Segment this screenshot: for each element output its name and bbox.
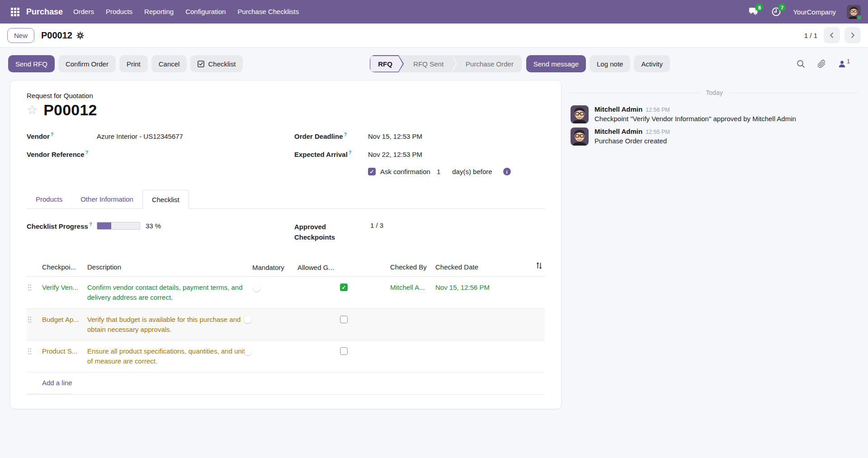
chatter-message: Mitchell Admin12:55 PM Purchase Order cr… <box>571 127 858 146</box>
message-avatar[interactable] <box>571 105 589 123</box>
drag-handle-icon[interactable] <box>27 283 42 294</box>
checklist-button[interactable]: Checklist <box>190 55 243 72</box>
order-deadline-help-icon[interactable]: ? <box>344 132 347 137</box>
menu-orders[interactable]: Orders <box>67 0 100 24</box>
pager-previous-button[interactable] <box>824 27 840 43</box>
check-square-icon <box>198 61 204 67</box>
menu-reporting[interactable]: Reporting <box>138 0 179 24</box>
drag-handle-icon[interactable] <box>27 315 42 326</box>
header-checkpoint[interactable]: Checkpoi... <box>42 262 87 272</box>
apps-grid-icon[interactable] <box>7 4 23 19</box>
checklist-row-budget-approval: Budget Ap... Verify that budget is avail… <box>27 309 545 341</box>
followers-count: 1 <box>847 58 850 65</box>
drag-handle-icon[interactable] <box>27 346 42 358</box>
chevron-right-icon <box>849 32 856 39</box>
message-body: Purchase Order created <box>594 137 670 145</box>
new-button[interactable]: New <box>7 28 34 43</box>
company-switcher[interactable]: YourCompany <box>793 8 836 16</box>
description-cell[interactable]: Verify that budget is available for this… <box>87 315 252 335</box>
progress-help-icon[interactable]: ? <box>89 222 92 227</box>
checked-by-cell[interactable]: Mitchell A... <box>390 283 435 293</box>
messages-icon[interactable]: 8 <box>748 6 760 18</box>
message-author[interactable]: Mitchell Admin <box>594 127 642 135</box>
order-deadline-value[interactable]: Nov 15, 12:53 PM <box>368 132 422 140</box>
allowed-checkbox[interactable] <box>340 316 348 323</box>
vendor-reference-help-icon[interactable]: ? <box>85 150 89 155</box>
description-cell[interactable]: Ensure all product specifications, quant… <box>87 346 252 366</box>
checklist-row-verify-vendor: Verify Ven... Confirm vendor contact det… <box>27 277 545 309</box>
breadcrumb-bar: New P00012 1 / 1 <box>0 24 868 47</box>
progress-percent: 33 % <box>146 222 161 230</box>
control-panel: Send RFQ Confirm Order Print Cancel Chec… <box>0 47 868 80</box>
statusbar-step-purchase-order[interactable]: Purchase Order <box>458 55 522 72</box>
confirm-order-button[interactable]: Confirm Order <box>58 55 116 72</box>
days-before-input[interactable]: 1 <box>437 168 440 175</box>
log-note-button[interactable]: Log note <box>590 55 630 72</box>
chatter-panel: Today Mitchell Admin12:56 PM Checkpoint … <box>561 80 868 150</box>
search-messages-icon[interactable] <box>797 60 805 68</box>
menu-purchase-checklists[interactable]: Purchase Checklists <box>231 0 305 24</box>
user-avatar[interactable] <box>847 5 861 19</box>
check-icon: ✓ <box>341 285 346 290</box>
menu-products[interactable]: Products <box>100 0 138 24</box>
checked-date-cell[interactable]: Nov 15, 12:56 PM <box>435 283 521 293</box>
favorite-star-icon[interactable]: ☆ <box>27 104 38 116</box>
message-time: 12:55 PM <box>646 129 670 135</box>
statusbar-step-rfq-sent[interactable]: RFQ Sent <box>405 55 452 72</box>
checkpoint-name-cell[interactable]: Verify Ven... <box>42 283 87 293</box>
optional-columns-icon[interactable] <box>535 262 543 272</box>
checklist-button-label: Checklist <box>208 60 236 68</box>
ask-confirmation-checkbox[interactable]: ✓ <box>368 168 376 175</box>
messages-badge: 8 <box>755 4 763 11</box>
checkpoint-name-cell[interactable]: Product S... <box>42 346 87 356</box>
message-author[interactable]: Mitchell Admin <box>594 105 642 113</box>
send-message-button[interactable]: Send message <box>526 55 586 72</box>
allowed-checkbox[interactable] <box>340 347 348 355</box>
statusbar-separator <box>452 55 458 72</box>
vendor-value[interactable]: Azure Interior - US12345677 <box>97 132 183 140</box>
check-icon: ✓ <box>369 169 374 175</box>
order-deadline-label: Order Deadline? <box>294 132 368 140</box>
pager-next-button[interactable] <box>844 27 861 43</box>
followers-icon[interactable]: 1 <box>838 60 850 68</box>
activities-icon[interactable]: 7 <box>770 6 782 18</box>
send-rfq-button[interactable]: Send RFQ <box>8 55 55 72</box>
print-button[interactable]: Print <box>119 55 148 72</box>
checklist-progress-label: Checklist Progress? <box>27 222 97 230</box>
allowed-checkbox[interactable]: ✓ <box>340 283 348 291</box>
table-header-row: Checkpoi... Description Mandatory Allowe… <box>27 259 545 277</box>
settings-gear-icon[interactable] <box>76 32 84 39</box>
menu-configuration[interactable]: Configuration <box>179 0 231 24</box>
add-a-line-link[interactable]: Add a line <box>27 373 72 394</box>
activities-badge: 7 <box>778 4 786 11</box>
header-mandatory[interactable]: Mandatory <box>252 262 297 273</box>
message-avatar[interactable] <box>571 127 589 146</box>
header-checked-by[interactable]: Checked By <box>390 262 435 272</box>
tab-products[interactable]: Products <box>27 190 71 208</box>
chatter-topbar-icons: 1 <box>797 60 861 68</box>
expected-arrival-value[interactable]: Nov 22, 12:53 PM <box>368 151 422 158</box>
chatter-buttons: Send message Log note Activity <box>526 55 670 72</box>
tab-other-information[interactable]: Other Information <box>71 190 142 208</box>
attachments-paperclip-icon[interactable] <box>817 60 826 68</box>
statusbar-step-rfq[interactable]: RFQ <box>370 55 404 72</box>
info-icon[interactable]: i <box>503 168 511 175</box>
chevron-left-icon <box>828 32 835 39</box>
header-description[interactable]: Description <box>87 262 252 272</box>
activity-button[interactable]: Activity <box>634 55 670 72</box>
app-name[interactable]: Purchase <box>26 7 63 17</box>
progress-bar-fill <box>97 222 111 229</box>
message-body: Checkpoint "Verify Vendor Information" a… <box>594 115 796 123</box>
checkpoint-name-cell[interactable]: Budget Ap... <box>42 315 87 325</box>
expected-arrival-help-icon[interactable]: ? <box>349 150 352 155</box>
form-sheet: Request for Quotation ☆ P00012 Vendor? A… <box>10 80 561 409</box>
header-checked-date[interactable]: Checked Date <box>435 262 521 272</box>
description-cell[interactable]: Confirm vendor contact details, payment … <box>87 283 252 302</box>
vendor-reference-label: Vendor Reference? <box>27 150 97 158</box>
record-title: P00012 <box>43 101 97 119</box>
statusbar: RFQ RFQ Sent Purchase Order <box>370 55 522 72</box>
tab-checklist[interactable]: Checklist <box>142 190 189 209</box>
header-allowed-groups[interactable]: Allowed G... <box>297 262 390 273</box>
cancel-button[interactable]: Cancel <box>151 55 187 72</box>
vendor-help-icon[interactable]: ? <box>51 132 54 137</box>
